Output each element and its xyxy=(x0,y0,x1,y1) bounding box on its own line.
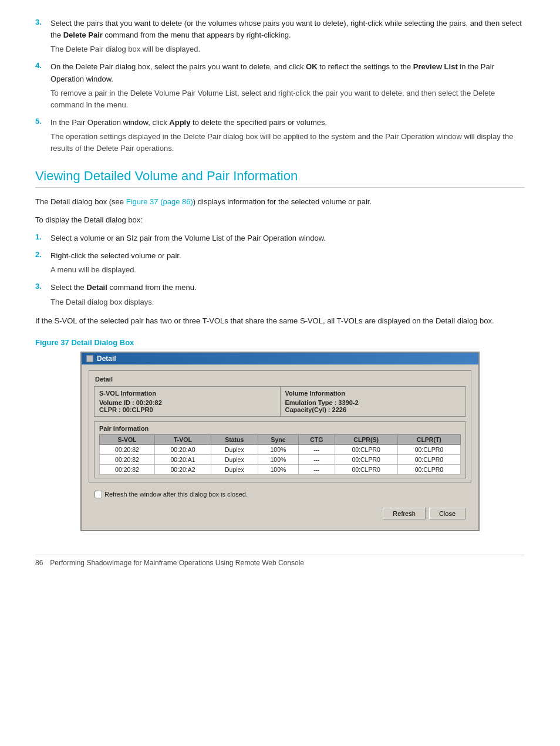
detail-dialog: Detail Detail S-VOL Information Volume I… xyxy=(80,352,480,531)
step-3-text: Select the pairs that you want to delete… xyxy=(50,19,522,39)
pair-table: S-VOL T-VOL Status Sync CTG CLPR(S) CLPR… xyxy=(99,434,461,475)
step-3-before: 3. Select the pairs that you want to del… xyxy=(35,18,525,55)
section-step-2-text: Right-click the selected volume or pair. xyxy=(50,251,181,260)
table-row: 00:20:82 00:20:A0 Duplex 100% --- 00:CLP… xyxy=(100,444,461,454)
step-num: 4. xyxy=(35,61,46,111)
cell-tvol: 00:20:A2 xyxy=(154,464,211,474)
cell-clprs: 00:CLPR0 xyxy=(335,444,397,454)
svol-clpr: CLPR : 00:CLPR0 xyxy=(99,406,275,413)
col-tvol: T-VOL xyxy=(154,434,211,444)
step-5-before: 5. In the Pair Operation window, click A… xyxy=(35,117,525,154)
dialog-footer: Refresh the window after this dialog box… xyxy=(89,487,471,502)
cell-sync: 100% xyxy=(258,464,299,474)
figure-link[interactable]: Figure 37 (page 86) xyxy=(126,197,193,206)
cell-status: Duplex xyxy=(211,464,258,474)
section-step-2-sub: A menu will be displayed. xyxy=(50,264,525,276)
step-4-bold2: Preview List xyxy=(413,62,458,71)
step-4-text: On the Delete Pair dialog box, select th… xyxy=(50,62,494,83)
cell-sync: 100% xyxy=(258,454,299,464)
step-5-sub: The operation settings displayed in the … xyxy=(50,131,525,154)
pair-info-box: Pair Information S-VOL T-VOL Status Sync… xyxy=(94,421,466,478)
cell-clprt: 00:CLPR0 xyxy=(397,464,460,474)
cell-clprt: 00:CLPR0 xyxy=(397,444,460,454)
detail-group: Detail S-VOL Information Volume ID : 00:… xyxy=(89,370,471,482)
cell-tvol: 00:20:A1 xyxy=(154,454,211,464)
cell-ctg: --- xyxy=(299,444,335,454)
refresh-button[interactable]: Refresh xyxy=(383,508,426,519)
intro-2: To display the Detail dialog box: xyxy=(35,214,525,227)
step-4-bold1: OK xyxy=(306,62,318,71)
section-step-1: 1. Select a volume or an SIz pair from t… xyxy=(35,232,525,244)
col-status: Status xyxy=(211,434,258,444)
cell-svol: 00:20:82 xyxy=(100,444,155,454)
section-heading: Viewing Detailed Volume and Pair Informa… xyxy=(35,168,525,188)
vol-info-box: Volume Information Emulation Type : 3390… xyxy=(281,386,467,417)
pair-table-header: S-VOL T-VOL Status Sync CTG CLPR(S) CLPR… xyxy=(100,434,461,444)
dialog-icon xyxy=(86,355,93,362)
cell-sync: 100% xyxy=(258,444,299,454)
svol-section-title: S-VOL Information xyxy=(99,390,275,397)
section-step-3-bold: Detail xyxy=(86,283,107,292)
col-clprt: CLPR(T) xyxy=(397,434,460,444)
svol-volume-id: Volume ID : 00:20:82 xyxy=(99,399,275,406)
group-title: Detail xyxy=(94,376,114,383)
cell-status: Duplex xyxy=(211,454,258,464)
svol-info-box: S-VOL Information Volume ID : 00:20:82 C… xyxy=(94,386,281,417)
section-step-2: 2. Right-click the selected volume or pa… xyxy=(35,250,525,276)
cell-ctg: --- xyxy=(299,454,335,464)
step-num: 5. xyxy=(35,117,46,154)
vol-section-title: Volume Information xyxy=(285,390,461,397)
intro-1: The Detail dialog box (see Figure 37 (pa… xyxy=(35,196,525,208)
cell-svol: 00:20:82 xyxy=(100,464,155,474)
section-step-3-sub: The Detail dialog box displays. xyxy=(50,296,525,308)
cell-clprs: 00:CLPR0 xyxy=(335,464,397,474)
step-4-sub: To remove a pair in the Delete Volume Pa… xyxy=(50,87,525,111)
footer-text: Performing ShadowImage for Mainframe Ope… xyxy=(50,559,304,567)
step-3-sub: The Delete Pair dialog box will be displ… xyxy=(50,43,525,55)
section-note: If the S-VOL of the selected pair has tw… xyxy=(35,315,525,328)
pair-section-title: Pair Information xyxy=(99,425,461,432)
refresh-checkbox[interactable] xyxy=(95,491,102,498)
table-row: 00:20:82 00:20:A1 Duplex 100% --- 00:CLP… xyxy=(100,454,461,464)
checkbox-row: Refresh the window after this dialog box… xyxy=(95,491,248,498)
checkbox-label: Refresh the window after this dialog box… xyxy=(104,491,248,498)
page-number: 86 xyxy=(35,559,43,567)
vol-capacity: Capacity(Cyl) : 2226 xyxy=(285,406,461,413)
dialog-title: Detail xyxy=(97,355,116,363)
step-num: 3. xyxy=(35,18,46,55)
close-button[interactable]: Close xyxy=(429,508,465,519)
step-3-bold1: Delete Pair xyxy=(63,31,103,39)
section-step-3: 3. Select the Detail command from the me… xyxy=(35,282,525,308)
page-footer: 86 Performing ShadowImage for Mainframe … xyxy=(35,555,525,567)
step-num: 1. xyxy=(35,232,46,244)
section-step-1-text: Select a volume or an SIz pair from the … xyxy=(50,234,326,242)
pair-table-body: 00:20:82 00:20:A0 Duplex 100% --- 00:CLP… xyxy=(100,444,461,474)
step-4-before: 4. On the Delete Pair dialog box, select… xyxy=(35,61,525,111)
cell-clprt: 00:CLPR0 xyxy=(397,454,460,464)
cell-tvol: 00:20:A0 xyxy=(154,444,211,454)
cell-ctg: --- xyxy=(299,464,335,474)
figure-label: Figure 37 Detail Dialog Box xyxy=(35,338,525,347)
section-step-3-text: Select the Detail command from the menu. xyxy=(50,283,197,292)
info-row: S-VOL Information Volume ID : 00:20:82 C… xyxy=(94,386,466,417)
cell-status: Duplex xyxy=(211,444,258,454)
col-ctg: CTG xyxy=(299,434,335,444)
dialog-body: Detail S-VOL Information Volume ID : 00:… xyxy=(82,364,478,530)
vol-emulation: Emulation Type : 3390-2 xyxy=(285,399,461,406)
table-row: 00:20:82 00:20:A2 Duplex 100% --- 00:CLP… xyxy=(100,464,461,474)
dialog-buttons: Refresh Close xyxy=(89,505,471,524)
col-svol: S-VOL xyxy=(100,434,155,444)
step-num: 2. xyxy=(35,250,46,276)
step-5-bold: Apply xyxy=(169,118,190,127)
dialog-titlebar: Detail xyxy=(82,353,478,364)
col-sync: Sync xyxy=(258,434,299,444)
cell-clprs: 00:CLPR0 xyxy=(335,454,397,464)
col-clprs: CLPR(S) xyxy=(335,434,397,444)
step-num: 3. xyxy=(35,282,46,308)
cell-svol: 00:20:82 xyxy=(100,454,155,464)
step-5-text: In the Pair Operation window, click Appl… xyxy=(50,118,327,127)
